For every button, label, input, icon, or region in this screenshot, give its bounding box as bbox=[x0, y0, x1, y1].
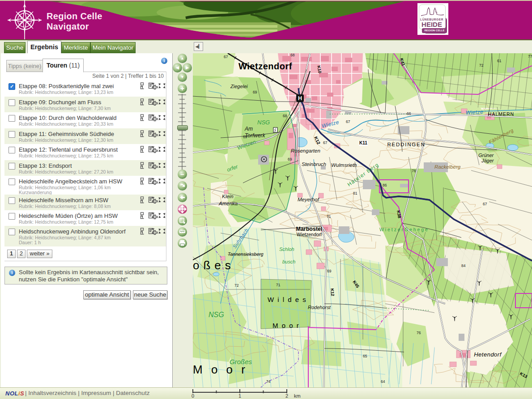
svg-text:84: 84 bbox=[461, 263, 466, 268]
svg-text:67: 67 bbox=[483, 202, 487, 206]
svg-text:Hetendorf: Hetendorf bbox=[474, 351, 502, 358]
svg-text:69: 69 bbox=[243, 135, 247, 139]
svg-text:Wietze: Wietze bbox=[465, 109, 483, 116]
svg-text:61: 61 bbox=[497, 59, 502, 63]
svg-text:69: 69 bbox=[288, 157, 292, 161]
svg-text:Rosengarten: Rosengarten bbox=[291, 148, 320, 153]
svg-text:Wulmsrieth: Wulmsrieth bbox=[331, 162, 357, 168]
svg-text:Marbostel: Marbostel bbox=[296, 226, 322, 232]
svg-text:86: 86 bbox=[383, 183, 387, 187]
svg-text:Grüner: Grüner bbox=[478, 153, 494, 158]
svg-text:km: km bbox=[294, 393, 301, 399]
svg-text:W i e t z e r G e h e g e: W i e t z e r G e h e g e bbox=[379, 227, 428, 232]
svg-text:67: 67 bbox=[224, 55, 228, 59]
svg-text:67: 67 bbox=[346, 119, 350, 124]
svg-text:busch: busch bbox=[282, 259, 295, 264]
svg-text:NSG: NSG bbox=[209, 311, 224, 318]
svg-text:Wietzendorf: Wietzendorf bbox=[238, 61, 292, 71]
svg-text:Klein: Klein bbox=[222, 194, 234, 199]
svg-text:NSG: NSG bbox=[257, 119, 270, 126]
svg-text:Schloh: Schloh bbox=[279, 246, 294, 252]
svg-text:Steinbruch: Steinbruch bbox=[302, 161, 326, 167]
svg-text:W i l d e s: W i l d e s bbox=[268, 296, 307, 303]
svg-text:REDDINGEN: REDDINGEN bbox=[387, 142, 425, 147]
svg-text:71: 71 bbox=[276, 283, 281, 287]
svg-text:77: 77 bbox=[528, 54, 532, 59]
svg-text:Amerika: Amerika bbox=[218, 201, 238, 206]
svg-text:78: 78 bbox=[412, 169, 416, 173]
svg-text:72: 72 bbox=[234, 283, 239, 288]
svg-text:K11: K11 bbox=[359, 140, 367, 145]
svg-text:74: 74 bbox=[266, 379, 271, 384]
svg-text:81: 81 bbox=[353, 191, 358, 195]
svg-text:Meyerhof: Meyerhof bbox=[298, 197, 320, 202]
svg-text:Ziegelei: Ziegelei bbox=[230, 84, 248, 89]
svg-text:HALMERN: HALMERN bbox=[488, 111, 514, 117]
svg-text:K12: K12 bbox=[330, 288, 335, 296]
svg-text:68: 68 bbox=[283, 114, 287, 118]
svg-text:Rodehorst: Rodehorst bbox=[308, 305, 331, 310]
svg-text:69: 69 bbox=[327, 269, 332, 273]
svg-text:Torfwerk: Torfwerk bbox=[245, 132, 266, 139]
svg-text:Rackelberg: Rackelberg bbox=[434, 164, 461, 170]
svg-text:M o o r: M o o r bbox=[272, 322, 300, 329]
svg-text:0: 0 bbox=[192, 393, 194, 399]
svg-text:76: 76 bbox=[417, 331, 421, 335]
svg-text:Jäger: Jäger bbox=[481, 158, 494, 163]
svg-text:68: 68 bbox=[290, 53, 295, 57]
svg-text:67: 67 bbox=[323, 140, 328, 145]
svg-text:65: 65 bbox=[363, 354, 367, 358]
svg-text:72: 72 bbox=[479, 63, 484, 68]
svg-text:Wietzendorf: Wietzendorf bbox=[297, 232, 322, 237]
svg-text:66: 66 bbox=[407, 111, 411, 116]
svg-text:oßes: oßes bbox=[193, 259, 235, 272]
svg-text:Tannensieksberg: Tannensieksberg bbox=[228, 251, 264, 257]
svg-text:71: 71 bbox=[327, 214, 331, 219]
svg-text:M o o r: M o o r bbox=[193, 363, 248, 376]
svg-text:Am: Am bbox=[244, 126, 253, 132]
svg-text:64: 64 bbox=[381, 379, 385, 384]
svg-text:1: 1 bbox=[238, 393, 241, 399]
svg-text:69: 69 bbox=[253, 90, 257, 94]
svg-text:H: H bbox=[298, 95, 302, 102]
svg-text:2: 2 bbox=[285, 393, 288, 399]
